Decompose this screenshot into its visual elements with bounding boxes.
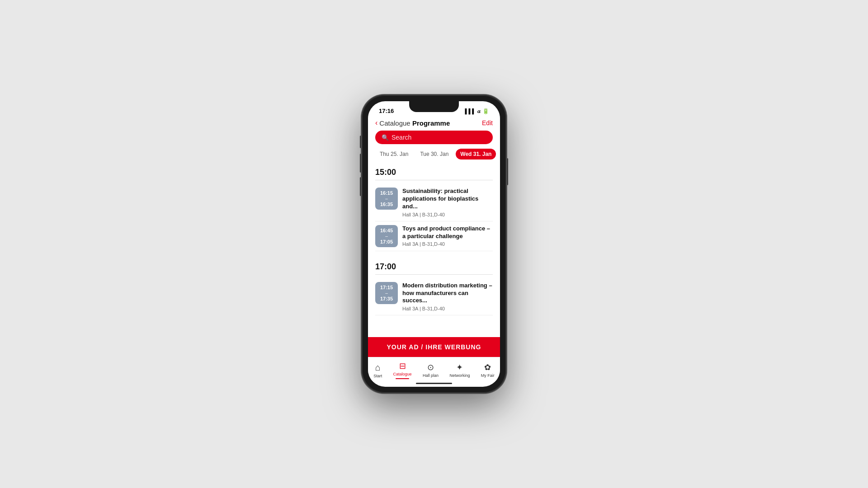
header-left: ‹ Catalogue Programme bbox=[375, 119, 450, 127]
schedule-content: 15:00 16:15 – 16:35 Sustainability: prac… bbox=[368, 164, 500, 337]
programme-label: Programme bbox=[412, 119, 450, 127]
back-button[interactable]: ‹ bbox=[375, 119, 377, 127]
event-start-2: 16:45 bbox=[380, 228, 393, 233]
event-card[interactable]: 16:45 – 17:05 Toys and product complianc… bbox=[375, 221, 493, 251]
signal-icon: ▌▌▌ bbox=[465, 108, 476, 114]
event-location-3: Hall 3A | B-31,D-40 bbox=[402, 306, 493, 311]
header-title: Catalogue Programme bbox=[379, 119, 450, 127]
event-time-box-3: 17:15 – 17:35 bbox=[375, 282, 398, 304]
event-card[interactable]: 17:15 – 17:35 Modern distribution market… bbox=[375, 278, 493, 316]
home-icon: ⌂ bbox=[375, 362, 381, 373]
event-card[interactable]: 16:15 – 16:35 Sustainability: practical … bbox=[375, 184, 493, 221]
battery-icon: 🔋 bbox=[482, 108, 489, 114]
tab-hallplan-label: Hall plan bbox=[423, 373, 439, 378]
date-tabs: Thu 25. Jan Tue 30. Jan Wed 31. Jan bbox=[368, 149, 500, 164]
event-time-box-2: 16:45 – 17:05 bbox=[375, 225, 398, 247]
date-tab-wed31[interactable]: Wed 31. Jan bbox=[456, 149, 496, 160]
tab-start[interactable]: ⌂ Start bbox=[373, 362, 382, 378]
time-dash-3: – bbox=[385, 291, 388, 296]
tab-catalogue-label: Catalogue bbox=[393, 372, 412, 376]
time-dash-1: – bbox=[385, 196, 388, 201]
time-section-1700: 17:00 17:15 – 17:35 Modern distribution … bbox=[375, 258, 493, 316]
phone-screen: 17:16 ▌▌▌ 𝛼 🔋 ‹ Catalogue Programme Edit… bbox=[368, 101, 500, 387]
power-button bbox=[506, 158, 508, 185]
event-end-2: 17:05 bbox=[380, 239, 393, 244]
event-end-3: 17:35 bbox=[380, 296, 393, 301]
search-icon: 🔍 bbox=[382, 134, 389, 141]
time-heading-1500: 15:00 bbox=[375, 164, 493, 180]
event-location-2: Hall 3A | B-31,D-40 bbox=[402, 241, 493, 247]
edit-button[interactable]: Edit bbox=[482, 119, 493, 127]
notch bbox=[409, 101, 459, 112]
event-start-1: 16:15 bbox=[380, 190, 393, 196]
event-title-2: Toys and product compliance – a particul… bbox=[402, 225, 493, 240]
event-end-1: 16:35 bbox=[380, 202, 393, 207]
status-time: 17:16 bbox=[379, 108, 394, 114]
event-start-3: 17:15 bbox=[380, 285, 393, 290]
search-bar[interactable]: 🔍 Search bbox=[375, 131, 493, 144]
tab-hallplan[interactable]: ⊙ Hall plan bbox=[423, 362, 439, 378]
wifi-icon: 𝛼 bbox=[477, 108, 481, 114]
event-info-1: Sustainability: practical applications f… bbox=[402, 188, 493, 217]
event-info-2: Toys and product compliance – a particul… bbox=[402, 225, 493, 247]
networking-icon: ✦ bbox=[456, 362, 463, 372]
phone-device: 17:16 ▌▌▌ 𝛼 🔋 ‹ Catalogue Programme Edit… bbox=[362, 95, 506, 393]
event-info-3: Modern distribution marketing – how manu… bbox=[402, 282, 493, 312]
date-tab-tue30[interactable]: Tue 30. Jan bbox=[415, 149, 453, 160]
tab-networking[interactable]: ✦ Networking bbox=[449, 362, 470, 378]
catalogue-icon: ⊟ bbox=[399, 361, 406, 371]
event-location-1: Hall 3A | B-31,D-40 bbox=[402, 212, 493, 217]
tab-myfair[interactable]: ✿ My Fair bbox=[481, 362, 495, 378]
event-time-box-1: 16:15 – 16:35 bbox=[375, 188, 398, 210]
tab-myfair-label: My Fair bbox=[481, 373, 495, 378]
event-title-1: Sustainability: practical applications f… bbox=[402, 188, 493, 211]
date-tab-thu25[interactable]: Thu 25. Jan bbox=[375, 149, 413, 160]
myfair-icon: ✿ bbox=[484, 362, 491, 372]
catalogue-label: Catalogue bbox=[379, 119, 410, 127]
event-title-3: Modern distribution marketing – how manu… bbox=[402, 282, 493, 305]
home-bar bbox=[416, 383, 452, 384]
tab-active-indicator bbox=[396, 378, 409, 379]
time-heading-1700: 17:00 bbox=[375, 258, 493, 275]
tab-bar: ⌂ Start ⊟ Catalogue ⊙ Hall plan ✦ Networ… bbox=[368, 357, 500, 381]
tab-networking-label: Networking bbox=[449, 373, 470, 378]
time-section-1500: 15:00 16:15 – 16:35 Sustainability: prac… bbox=[375, 164, 493, 251]
tab-catalogue[interactable]: ⊟ Catalogue bbox=[393, 361, 412, 379]
tab-start-label: Start bbox=[373, 374, 382, 378]
status-icons: ▌▌▌ 𝛼 🔋 bbox=[465, 108, 489, 114]
search-placeholder: Search bbox=[392, 134, 411, 141]
home-indicator bbox=[368, 381, 500, 387]
time-dash-2: – bbox=[385, 234, 388, 239]
app-header: ‹ Catalogue Programme Edit bbox=[368, 117, 500, 131]
ad-banner: YOUR AD / IHRE WERBUNG bbox=[368, 337, 500, 357]
hallplan-icon: ⊙ bbox=[427, 362, 434, 372]
